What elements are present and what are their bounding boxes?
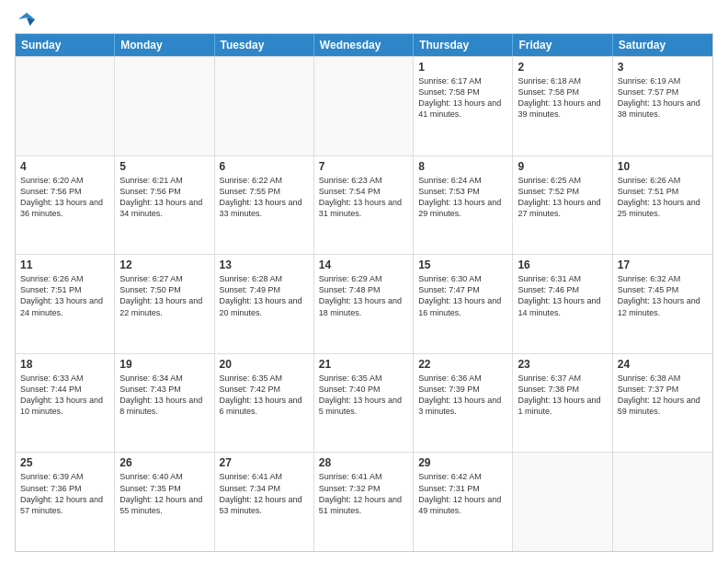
cal-cell-2-6: 17Sunrise: 6:32 AM Sunset: 7:45 PM Dayli… [613, 255, 712, 353]
day-text: Sunrise: 6:29 AM Sunset: 7:48 PM Dayligh… [319, 273, 408, 318]
cal-cell-4-5 [513, 453, 612, 551]
cal-cell-1-1: 5Sunrise: 6:21 AM Sunset: 7:56 PM Daylig… [115, 156, 214, 255]
day-text: Sunrise: 6:33 AM Sunset: 7:44 PM Dayligh… [20, 373, 109, 418]
day-text: Sunrise: 6:23 AM Sunset: 7:54 PM Dayligh… [319, 175, 408, 220]
day-number: 12 [119, 259, 209, 271]
header-day-wednesday: Wednesday [314, 34, 414, 56]
day-number: 5 [119, 160, 209, 173]
day-text: Sunrise: 6:17 AM Sunset: 7:58 PM Dayligh… [418, 75, 507, 121]
day-number: 9 [518, 160, 607, 173]
day-number: 27 [220, 456, 309, 469]
day-number: 29 [418, 456, 507, 469]
cal-cell-3-3: 21Sunrise: 6:35 AM Sunset: 7:40 PM Dayli… [314, 354, 414, 453]
day-text: Sunrise: 6:36 AM Sunset: 7:39 PM Dayligh… [418, 373, 507, 418]
calendar: SundayMondayTuesdayWednesdayThursdayFrid… [15, 33, 713, 552]
day-number: 8 [418, 160, 507, 173]
day-number: 26 [119, 456, 209, 469]
header-day-saturday: Saturday [613, 34, 712, 56]
cal-cell-3-6: 24Sunrise: 6:38 AM Sunset: 7:37 PM Dayli… [613, 354, 712, 453]
cal-cell-3-2: 20Sunrise: 6:35 AM Sunset: 7:42 PM Dayli… [215, 354, 314, 453]
cal-cell-1-2: 6Sunrise: 6:22 AM Sunset: 7:55 PM Daylig… [215, 156, 314, 255]
day-text: Sunrise: 6:28 AM Sunset: 7:49 PM Dayligh… [220, 273, 309, 318]
day-number: 20 [220, 358, 309, 371]
header-day-tuesday: Tuesday [215, 34, 314, 56]
day-number: 10 [618, 160, 708, 173]
cal-cell-3-1: 19Sunrise: 6:34 AM Sunset: 7:43 PM Dayli… [115, 354, 214, 453]
day-number: 23 [518, 358, 607, 371]
day-number: 25 [20, 456, 109, 469]
cal-cell-1-3: 7Sunrise: 6:23 AM Sunset: 7:54 PM Daylig… [314, 156, 414, 255]
header [15, 11, 713, 28]
day-number: 3 [618, 61, 708, 74]
day-number: 17 [618, 259, 708, 271]
cal-cell-0-0 [16, 57, 115, 155]
day-text: Sunrise: 6:35 AM Sunset: 7:40 PM Dayligh… [319, 373, 408, 418]
week-row-4: 18Sunrise: 6:33 AM Sunset: 7:44 PM Dayli… [16, 353, 712, 453]
day-text: Sunrise: 6:34 AM Sunset: 7:43 PM Dayligh… [119, 373, 209, 418]
day-number: 22 [418, 358, 507, 371]
week-row-1: 1Sunrise: 6:17 AM Sunset: 7:58 PM Daylig… [16, 56, 712, 155]
cal-cell-0-6: 3Sunrise: 6:19 AM Sunset: 7:57 PM Daylig… [613, 57, 712, 155]
day-text: Sunrise: 6:18 AM Sunset: 7:58 PM Dayligh… [518, 75, 607, 121]
day-number: 4 [20, 160, 109, 173]
day-number: 11 [20, 259, 109, 271]
cal-cell-2-3: 14Sunrise: 6:29 AM Sunset: 7:48 PM Dayli… [314, 255, 414, 353]
page: SundayMondayTuesdayWednesdayThursdayFrid… [0, 0, 728, 563]
cal-cell-4-3: 28Sunrise: 6:41 AM Sunset: 7:32 PM Dayli… [314, 453, 414, 551]
day-text: Sunrise: 6:25 AM Sunset: 7:52 PM Dayligh… [518, 175, 607, 220]
day-number: 15 [418, 259, 507, 271]
day-text: Sunrise: 6:30 AM Sunset: 7:47 PM Dayligh… [418, 273, 507, 318]
cal-cell-3-4: 22Sunrise: 6:36 AM Sunset: 7:39 PM Dayli… [414, 354, 513, 453]
header-day-friday: Friday [513, 34, 612, 56]
cal-cell-0-1 [115, 57, 214, 155]
day-text: Sunrise: 6:21 AM Sunset: 7:56 PM Dayligh… [119, 175, 209, 220]
day-text: Sunrise: 6:41 AM Sunset: 7:34 PM Dayligh… [220, 471, 309, 516]
week-row-5: 25Sunrise: 6:39 AM Sunset: 7:36 PM Dayli… [16, 452, 712, 551]
day-number: 24 [618, 358, 708, 371]
cal-cell-0-3 [314, 57, 414, 155]
day-text: Sunrise: 6:22 AM Sunset: 7:55 PM Dayligh… [220, 175, 309, 220]
day-text: Sunrise: 6:19 AM Sunset: 7:57 PM Dayligh… [618, 75, 708, 121]
day-text: Sunrise: 6:20 AM Sunset: 7:56 PM Dayligh… [20, 175, 109, 220]
day-number: 19 [119, 358, 209, 371]
cal-cell-0-4: 1Sunrise: 6:17 AM Sunset: 7:58 PM Daylig… [414, 57, 513, 155]
day-number: 16 [518, 259, 607, 271]
header-day-thursday: Thursday [414, 34, 513, 56]
cal-cell-4-2: 27Sunrise: 6:41 AM Sunset: 7:34 PM Dayli… [215, 453, 314, 551]
cal-cell-1-6: 10Sunrise: 6:26 AM Sunset: 7:51 PM Dayli… [613, 156, 712, 255]
day-text: Sunrise: 6:39 AM Sunset: 7:36 PM Dayligh… [20, 471, 109, 516]
cal-cell-2-5: 16Sunrise: 6:31 AM Sunset: 7:46 PM Dayli… [513, 255, 612, 353]
cal-cell-1-0: 4Sunrise: 6:20 AM Sunset: 7:56 PM Daylig… [16, 156, 115, 255]
cal-cell-2-2: 13Sunrise: 6:28 AM Sunset: 7:49 PM Dayli… [215, 255, 314, 353]
cal-cell-1-4: 8Sunrise: 6:24 AM Sunset: 7:53 PM Daylig… [414, 156, 513, 255]
day-text: Sunrise: 6:37 AM Sunset: 7:38 PM Dayligh… [518, 373, 607, 418]
calendar-header: SundayMondayTuesdayWednesdayThursdayFrid… [16, 34, 712, 56]
day-text: Sunrise: 6:31 AM Sunset: 7:46 PM Dayligh… [518, 273, 607, 318]
header-day-monday: Monday [115, 34, 214, 56]
cal-cell-2-1: 12Sunrise: 6:27 AM Sunset: 7:50 PM Dayli… [115, 255, 214, 353]
cal-cell-2-0: 11Sunrise: 6:26 AM Sunset: 7:51 PM Dayli… [16, 255, 115, 353]
cal-cell-0-5: 2Sunrise: 6:18 AM Sunset: 7:58 PM Daylig… [513, 57, 612, 155]
cal-cell-4-4: 29Sunrise: 6:42 AM Sunset: 7:31 PM Dayli… [414, 453, 513, 551]
day-text: Sunrise: 6:26 AM Sunset: 7:51 PM Dayligh… [20, 273, 109, 318]
cal-cell-4-6 [613, 453, 712, 551]
logo [15, 11, 35, 28]
header-day-sunday: Sunday [16, 34, 115, 56]
cal-cell-3-5: 23Sunrise: 6:37 AM Sunset: 7:38 PM Dayli… [513, 354, 612, 453]
day-text: Sunrise: 6:24 AM Sunset: 7:53 PM Dayligh… [418, 175, 507, 220]
day-text: Sunrise: 6:40 AM Sunset: 7:35 PM Dayligh… [119, 471, 209, 516]
day-text: Sunrise: 6:27 AM Sunset: 7:50 PM Dayligh… [119, 273, 209, 318]
day-number: 7 [319, 160, 408, 173]
week-row-3: 11Sunrise: 6:26 AM Sunset: 7:51 PM Dayli… [16, 254, 712, 353]
cal-cell-3-0: 18Sunrise: 6:33 AM Sunset: 7:44 PM Dayli… [16, 354, 115, 453]
day-text: Sunrise: 6:38 AM Sunset: 7:37 PM Dayligh… [618, 373, 708, 418]
week-row-2: 4Sunrise: 6:20 AM Sunset: 7:56 PM Daylig… [16, 155, 712, 255]
day-number: 6 [220, 160, 309, 173]
day-number: 14 [319, 259, 408, 271]
day-text: Sunrise: 6:35 AM Sunset: 7:42 PM Dayligh… [220, 373, 309, 418]
day-text: Sunrise: 6:32 AM Sunset: 7:45 PM Dayligh… [618, 273, 708, 318]
day-text: Sunrise: 6:42 AM Sunset: 7:31 PM Dayligh… [418, 471, 507, 516]
day-text: Sunrise: 6:41 AM Sunset: 7:32 PM Dayligh… [319, 471, 408, 516]
cal-cell-1-5: 9Sunrise: 6:25 AM Sunset: 7:52 PM Daylig… [513, 156, 612, 255]
day-number: 1 [418, 61, 507, 74]
